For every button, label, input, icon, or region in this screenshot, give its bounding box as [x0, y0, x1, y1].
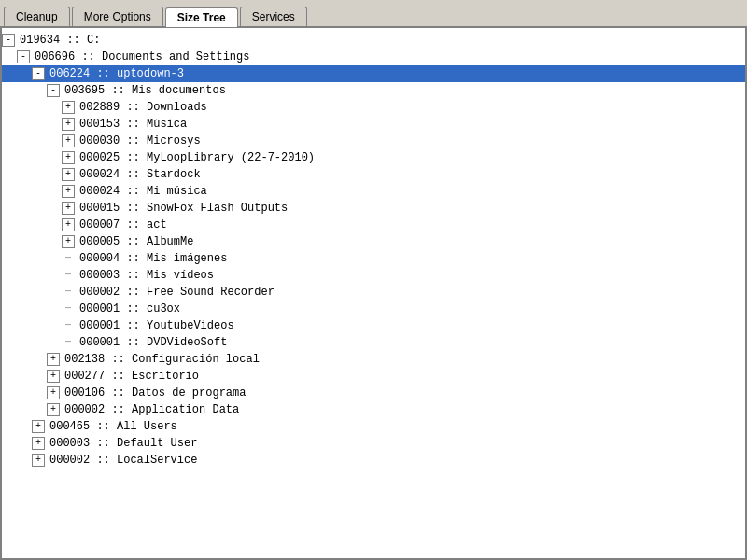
tree-item-all-users[interactable]: +000465 :: All Users	[2, 418, 745, 435]
expand-icon[interactable]: +	[47, 353, 60, 366]
expand-icon[interactable]: +	[62, 151, 75, 164]
tree-leaf-indicator: ─	[62, 251, 75, 266]
tree-item-label: 000005 :: AlbumMe	[78, 234, 195, 249]
expand-icon[interactable]: +	[62, 185, 75, 198]
tree-item-label: 000003 :: Default User	[48, 436, 199, 451]
tree-item-label: 000030 :: Microsys	[78, 133, 203, 148]
tree-item-label: 000001 :: YoutubeVideos	[78, 318, 236, 333]
tree-leaf-indicator: ─	[62, 268, 75, 283]
tree-item-label: 000002 :: Application Data	[63, 402, 241, 417]
tree-item-label: 000003 :: Mis vídeos	[78, 268, 216, 283]
tree-item-mis-docs[interactable]: -003695 :: Mis documentos	[2, 82, 745, 99]
tree-item-uptodown[interactable]: -006224 :: uptodown-3	[2, 65, 745, 82]
tree-item-mi-musica[interactable]: +000024 :: Mi música	[2, 183, 745, 200]
tree-item-label: 000465 :: All Users	[48, 419, 179, 434]
tree-item-label: 000106 :: Datos de programa	[63, 385, 247, 400]
tab-size-tree[interactable]: Size Tree	[165, 7, 238, 27]
tree-item-free-sound[interactable]: ─000002 :: Free Sound Recorder	[2, 284, 745, 301]
tree-item-label: 002138 :: Configuración local	[63, 352, 261, 367]
tree-item-label: 000153 :: Música	[78, 117, 189, 132]
tree-leaf-indicator: ─	[62, 301, 75, 316]
expand-icon[interactable]: +	[47, 370, 60, 383]
tree-item-label: 000001 :: DVDVideoSoft	[78, 335, 229, 350]
expand-icon[interactable]: +	[47, 403, 60, 416]
tree-item-label: 000002 :: Free Sound Recorder	[78, 285, 276, 300]
tab-more-options[interactable]: More Options	[72, 7, 163, 26]
tree-item-dvd[interactable]: ─000001 :: DVDVideoSoft	[2, 334, 745, 351]
tree-item-label: 000015 :: SnowFox Flash Outputs	[78, 201, 289, 216]
tree-item-default-user[interactable]: +000003 :: Default User	[2, 435, 745, 452]
expand-icon[interactable]: +	[62, 218, 75, 231]
expand-icon[interactable]: +	[62, 168, 75, 181]
tab-cleanup[interactable]: Cleanup	[4, 7, 70, 26]
main-panel: -019634 :: C:-006696 :: Documents and Se…	[0, 28, 747, 560]
tree-item-label: 000001 :: cu3ox	[78, 301, 182, 316]
tree-item-escritorio[interactable]: +000277 :: Escritorio	[2, 368, 745, 385]
tree-item-c-root[interactable]: -019634 :: C:	[2, 32, 745, 49]
collapse-icon[interactable]: -	[47, 84, 60, 97]
expand-icon[interactable]: +	[62, 235, 75, 248]
tree-leaf-indicator: ─	[62, 318, 75, 333]
tree-item-label: 002889 :: Downloads	[78, 100, 209, 115]
tree-item-label: 003695 :: Mis documentos	[63, 83, 228, 98]
tree-item-mis-imagenes[interactable]: ─000004 :: Mis imágenes	[2, 250, 745, 267]
tree-item-stardock[interactable]: +000024 :: Stardock	[2, 166, 745, 183]
tree-item-youtube[interactable]: ─000001 :: YoutubeVideos	[2, 317, 745, 334]
tree-item-label: 000004 :: Mis imágenes	[78, 251, 229, 266]
tree-item-label: 000024 :: Mi música	[78, 184, 209, 199]
tree-leaf-indicator: ─	[62, 285, 75, 300]
tab-services[interactable]: Services	[240, 7, 307, 26]
collapse-icon[interactable]: -	[17, 50, 30, 63]
tree-leaf-indicator: ─	[62, 335, 75, 350]
tree-item-label: 006224 :: uptodown-3	[48, 66, 186, 81]
tree-item-datos-programa[interactable]: +000106 :: Datos de programa	[2, 385, 745, 401]
collapse-icon[interactable]: -	[32, 67, 45, 80]
tree-item-config-local[interactable]: +002138 :: Configuración local	[2, 351, 745, 368]
tree-item-label: 000025 :: MyLoopLibrary (22-7-2010)	[78, 150, 317, 165]
tree-item-app-data[interactable]: +000002 :: Application Data	[2, 401, 745, 418]
tree-item-albumme[interactable]: +000005 :: AlbumMe	[2, 233, 745, 250]
tree-item-label: 000277 :: Escritorio	[63, 369, 201, 384]
tree-item-docs-settings[interactable]: -006696 :: Documents and Settings	[2, 49, 745, 65]
tree-item-cu3ox[interactable]: ─000001 :: cu3ox	[2, 301, 745, 317]
tree-item-myloop[interactable]: +000025 :: MyLoopLibrary (22-7-2010)	[2, 149, 745, 166]
tree-item-label: 006696 :: Documents and Settings	[33, 49, 251, 64]
tree-item-act[interactable]: +000007 :: act	[2, 217, 745, 233]
tree-item-snowfox[interactable]: +000015 :: SnowFox Flash Outputs	[2, 200, 745, 217]
tree-item-local-service[interactable]: +000002 :: LocalService	[2, 452, 745, 469]
expand-icon[interactable]: +	[62, 118, 75, 131]
expand-icon[interactable]: +	[32, 437, 45, 450]
tree-item-label: 000007 :: act	[78, 217, 169, 232]
collapse-icon[interactable]: -	[2, 34, 15, 47]
expand-icon[interactable]: +	[47, 386, 60, 399]
tree-item-label: 000002 :: LocalService	[48, 453, 199, 468]
tree-item-downloads[interactable]: +002889 :: Downloads	[2, 99, 745, 116]
expand-icon[interactable]: +	[62, 202, 75, 215]
tree-container[interactable]: -019634 :: C:-006696 :: Documents and Se…	[2, 28, 745, 558]
expand-icon[interactable]: +	[32, 454, 45, 467]
tree-item-label: 000024 :: Stardock	[78, 167, 203, 182]
expand-icon[interactable]: +	[32, 420, 45, 433]
tree-item-label: 019634 :: C:	[18, 33, 102, 48]
expand-icon[interactable]: +	[62, 134, 75, 147]
tab-bar: Cleanup More Options Size Tree Services	[0, 0, 747, 28]
tree-item-musica[interactable]: +000153 :: Música	[2, 116, 745, 133]
tree-item-mis-videos[interactable]: ─000003 :: Mis vídeos	[2, 267, 745, 284]
expand-icon[interactable]: +	[62, 101, 75, 114]
tree-item-microsys[interactable]: +000030 :: Microsys	[2, 133, 745, 149]
